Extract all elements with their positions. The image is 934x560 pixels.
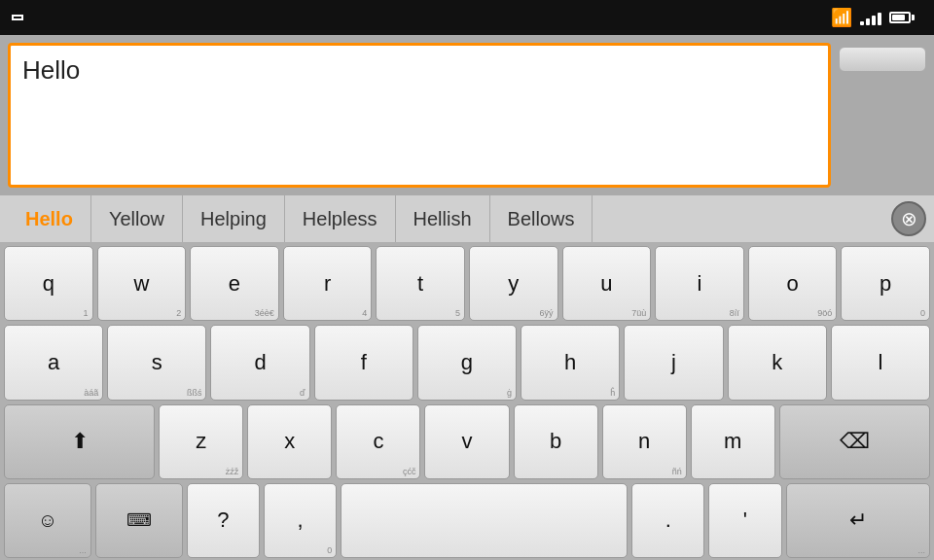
key-row-3: ☺...⌨?,0.'↵... [4, 483, 930, 558]
suggestion-item-4[interactable]: Hellish [396, 195, 490, 242]
wifi-icon: 📶 [831, 7, 852, 28]
suggestion-item-5[interactable]: Bellows [490, 195, 593, 242]
key-n[interactable]: nñń [602, 404, 687, 479]
key-⌫[interactable]: ⌫ [779, 404, 930, 479]
status-right: 📶 [831, 7, 922, 28]
key-w[interactable]: w2 [97, 246, 187, 321]
key-,[interactable]: ,0 [264, 483, 337, 558]
notification-icon [12, 15, 23, 20]
key-row-2: ⬆zżźžxcçćčvbnñńm⌫ [4, 404, 930, 479]
key-⌨[interactable]: ⌨ [95, 483, 183, 558]
key-'[interactable]: ' [708, 483, 781, 558]
key-s[interactable]: sßßś [107, 325, 206, 400]
key-z[interactable]: zżźž [159, 404, 243, 479]
keyboard: q1w2e3éè€r4t5y6ÿýu7üùi8íïo9öóp0aàáãsßßśd… [0, 242, 934, 560]
key-i[interactable]: i8íï [655, 246, 744, 321]
key-l[interactable]: l [831, 325, 930, 400]
key-row-0: q1w2e3éè€r4t5y6ÿýu7üùi8íïo9öóp0 [4, 246, 930, 321]
key-?[interactable]: ? [187, 483, 260, 558]
key-x[interactable]: x [247, 404, 332, 479]
suggestion-item-3[interactable]: Helpless [285, 195, 396, 242]
text-input-container[interactable] [8, 43, 831, 188]
key-p[interactable]: p0 [841, 246, 930, 321]
suggestion-item-1[interactable]: Yellow [91, 195, 183, 242]
key-g[interactable]: gġ [417, 325, 517, 400]
key-a[interactable]: aàáã [4, 325, 103, 400]
key-m[interactable]: m [691, 404, 775, 479]
suggestion-close-button[interactable]: ⊗ [891, 201, 926, 236]
key-u[interactable]: u7üù [562, 246, 652, 321]
key-.[interactable]: . [631, 483, 704, 558]
key-f[interactable]: f [314, 325, 413, 400]
key-☺[interactable]: ☺... [4, 483, 91, 558]
suggestions-bar: HelloYellowHelpingHelplessHellishBellows… [0, 195, 934, 242]
key-j[interactable]: j [624, 325, 723, 400]
key-row-1: aàáãsßßśdďfgġhĥjkl [4, 325, 930, 400]
key-k[interactable]: k [728, 325, 827, 400]
key-h[interactable]: hĥ [521, 325, 620, 400]
suggestion-item-0[interactable]: Hello [8, 195, 91, 242]
key-b[interactable]: b [514, 404, 598, 479]
key-y[interactable]: y6ÿý [469, 246, 558, 321]
suggestion-item-2[interactable]: Helping [183, 195, 285, 242]
key-↵[interactable]: ↵... [786, 483, 930, 558]
signal-icon [860, 10, 881, 25]
key-r[interactable]: r4 [283, 246, 373, 321]
status-left [12, 15, 23, 20]
key-e[interactable]: e3éè€ [190, 246, 279, 321]
input-area [0, 35, 934, 195]
key-v[interactable]: v [424, 404, 509, 479]
key-⇧[interactable]: ⬆ [4, 404, 155, 479]
key-t[interactable]: t5 [376, 246, 465, 321]
key-c[interactable]: cçćč [336, 404, 420, 479]
key-space[interactable] [341, 483, 628, 558]
key-q[interactable]: q1 [4, 246, 93, 321]
text-input[interactable] [22, 55, 816, 146]
status-bar: 📶 [0, 0, 934, 35]
send-button[interactable] [839, 47, 926, 72]
key-o[interactable]: o9öó [748, 246, 838, 321]
battery-icon [889, 12, 915, 23]
key-d[interactable]: dď [210, 325, 309, 400]
